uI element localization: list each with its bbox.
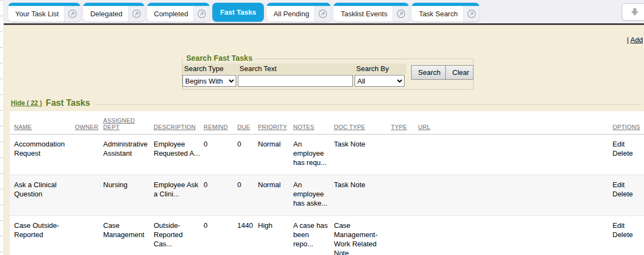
col-header-url[interactable]: URL	[418, 111, 613, 134]
tab-tasklist-events[interactable]: Tasklist Events	[333, 3, 409, 22]
cell-priority: High	[258, 215, 293, 255]
cell-description: Employee Ask a Clini...	[154, 175, 204, 215]
cell-notes: An employee has requ...	[293, 134, 334, 175]
cell-name: Accommodation Request	[10, 134, 75, 175]
open-in-window-button[interactable]	[193, 6, 210, 22]
cell-doc-type: Case Management-Work Related Note	[334, 215, 391, 255]
search-type-label: Search Type	[182, 63, 238, 74]
cell-options: Edit Delete	[613, 134, 644, 175]
cell-due: 1440	[237, 215, 258, 255]
cell-url	[418, 175, 613, 215]
search-label-row: Search Type Search Text Search By	[182, 63, 406, 74]
table-row: Accommodation Request Administrative Ass…	[10, 134, 644, 175]
cell-doc-type: Task Note	[334, 134, 391, 175]
cell-url	[418, 215, 613, 255]
cell-assigned-dept: Nursing	[103, 175, 154, 215]
col-header-name[interactable]: NAME	[10, 111, 75, 134]
cell-due: 0	[237, 134, 258, 175]
table-row: Case Outside-Reported Case Management Ou…	[10, 215, 644, 255]
hide-count-link[interactable]: Hide ( 22 )	[11, 99, 42, 107]
tab-delegated[interactable]: Delegated	[83, 3, 144, 22]
cell-due: 0	[237, 175, 258, 215]
search-text-input[interactable]	[238, 75, 353, 87]
search-button[interactable]: Search	[411, 65, 445, 80]
cell-priority: Normal	[258, 134, 293, 175]
tab-label: Tasklist Events	[333, 10, 393, 18]
cell-description: Outside-Reported Cas...	[154, 215, 204, 255]
separator: |	[627, 36, 629, 44]
add-link[interactable]: Add	[630, 36, 643, 44]
edit-link[interactable]: Edit	[613, 221, 641, 230]
col-header-type[interactable]: TYPE	[391, 111, 418, 134]
search-by-label: Search By	[355, 63, 406, 74]
cell-notes: A case has been repo...	[293, 215, 334, 255]
external-link-icon	[68, 9, 77, 18]
cell-type	[391, 134, 418, 175]
open-in-window-button[interactable]	[128, 6, 144, 22]
cell-remind: 0	[204, 175, 237, 215]
open-in-window-button[interactable]	[314, 6, 331, 22]
fast-tasks-table: NAME OWNER ASSIGNED DEPT DESCRIPTION REM…	[10, 111, 644, 255]
edit-link[interactable]: Edit	[613, 139, 641, 149]
open-in-window-button[interactable]	[463, 6, 479, 22]
col-header-notes[interactable]: NOTES	[293, 111, 334, 134]
col-header-description[interactable]: DESCRIPTION	[154, 111, 204, 134]
table-header-row: NAME OWNER ASSIGNED DEPT DESCRIPTION REM…	[10, 111, 644, 134]
cell-type	[391, 215, 418, 255]
arrow-down-icon	[629, 7, 640, 17]
tab-label: Your Task List	[8, 10, 64, 18]
tab-your-task-list[interactable]: Your Task List	[8, 3, 80, 22]
tab-task-search[interactable]: Task Search	[412, 3, 479, 22]
external-link-icon	[467, 9, 476, 18]
tab-bar: Your Task List Delegated Completed	[4, 0, 644, 25]
clear-button[interactable]: Clear	[445, 65, 473, 80]
cell-url	[418, 134, 613, 175]
col-header-doc-type[interactable]: DOC TYPE	[334, 111, 391, 134]
cell-description: Employee Requested A...	[154, 134, 204, 175]
search-control-row: Begins With All	[182, 74, 406, 87]
tab-all-pending[interactable]: All Pending	[267, 3, 331, 22]
search-by-select[interactable]: All	[355, 75, 405, 87]
delete-link[interactable]: Delete	[613, 230, 641, 239]
search-fast-tasks-panel: Search Fast Tasks Search Type Search Tex…	[182, 59, 473, 90]
edit-link[interactable]: Edit	[613, 180, 641, 189]
add-toolbar: | Add	[627, 36, 643, 44]
search-panel-title: Search Fast Tasks	[184, 54, 255, 62]
cell-options: Edit Delete	[613, 175, 644, 215]
col-header-owner[interactable]: OWNER	[75, 111, 103, 134]
cell-notes: An employee has aske...	[293, 175, 334, 215]
cell-priority: Normal	[258, 175, 293, 215]
delete-link[interactable]: Delete	[613, 189, 641, 199]
external-link-icon	[396, 9, 406, 18]
external-link-icon	[132, 9, 141, 18]
col-header-assigned-dept[interactable]: ASSIGNED DEPT	[103, 111, 154, 134]
tab-label: Fast Tasks	[212, 8, 263, 16]
fast-tasks-title: Fast Tasks	[46, 98, 90, 108]
col-header-priority[interactable]: PRIORITY	[258, 111, 293, 134]
cell-remind: 0	[204, 215, 237, 255]
delete-link[interactable]: Delete	[613, 149, 641, 158]
tab-scroll-down-button[interactable]	[622, 3, 644, 21]
cell-name: Ask a Clinical Question	[10, 175, 75, 215]
search-text-label: Search Text	[238, 63, 355, 74]
tab-label: Task Search	[412, 10, 463, 18]
cell-owner	[75, 215, 103, 255]
cell-owner	[75, 175, 103, 215]
external-link-icon	[197, 9, 206, 18]
open-in-window-button[interactable]	[393, 6, 409, 22]
cell-options: Edit Delete	[613, 215, 644, 255]
open-in-window-button[interactable]	[64, 6, 80, 22]
col-header-remind[interactable]: REMIND	[204, 111, 237, 134]
tab-fast-tasks[interactable]: Fast Tasks	[212, 3, 263, 22]
cell-type	[391, 175, 418, 215]
tab-completed[interactable]: Completed	[147, 3, 210, 22]
cell-assigned-dept: Case Management	[103, 215, 154, 255]
tab-label: Completed	[147, 10, 194, 18]
external-link-icon	[318, 9, 327, 18]
table-row: Ask a Clinical Question Nursing Employee…	[10, 175, 644, 215]
cell-assigned-dept: Administrative Assistant	[103, 134, 154, 175]
col-header-options[interactable]: OPTIONS	[613, 111, 644, 134]
col-header-due[interactable]: DUE	[237, 111, 258, 134]
search-type-select[interactable]: Begins With	[182, 75, 236, 87]
header-rule	[96, 104, 641, 105]
